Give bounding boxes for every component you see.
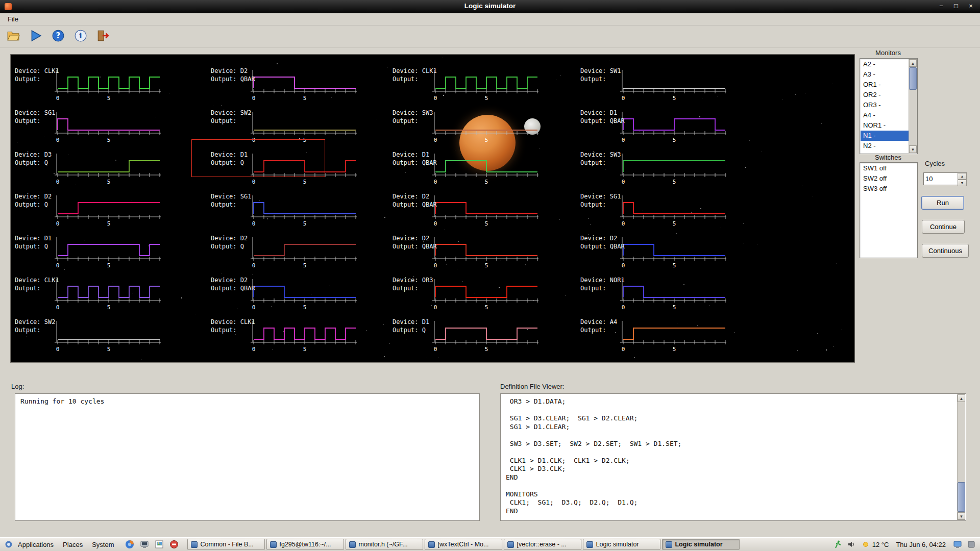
trace-clk1[interactable]: 05Device: CLK1 Output: [14,66,172,107]
maximize-button[interactable]: □ [952,2,960,10]
trace-label: Device: D2 Output: Q [15,192,52,209]
volume-icon[interactable] [847,540,856,549]
trace-d1-q[interactable]: 05Device: D1 Output: Q [14,233,172,274]
definition-panel[interactable]: OR3 > D1.DATA; SG1 > D3.CLEAR; SG1 > D2.… [500,393,966,521]
trace-d2-qbar[interactable]: 05Device: D2 Output: QBAR [391,233,550,274]
taskbar-menu-applications[interactable]: Applications [13,538,58,551]
trace-d2-qbar[interactable]: 05Device: D2 Output: QBAR [210,66,368,107]
minimize-button[interactable]: − [937,2,945,10]
taskbar-window-2[interactable]: monitor.h (~/GF... [346,539,423,550]
temperature-label: 12 °C [872,541,889,548]
scroll-down-icon[interactable]: ▼ [958,512,965,520]
trace-sg1[interactable]: 05Device: SG1 Output: [14,108,172,148]
monitor-item-8[interactable]: N2 - [861,141,909,151]
taskbar: ApplicationsPlacesSystem Common - File B… [0,537,980,551]
monitor-item-5[interactable]: A4 - [861,110,909,120]
monitors-scrollbar[interactable]: ▲ ▼ [909,59,917,153]
switch-item-1[interactable]: SW2 off [861,173,917,184]
trace-sw1[interactable]: 05Device: SW1 Output: [579,66,738,107]
spin-down-icon[interactable]: ▼ [958,180,967,186]
switch-item-0[interactable]: SW1 off [861,163,917,173]
taskbar-window-1[interactable]: fg295@tw116:~/... [266,539,344,550]
svg-text:5: 5 [673,137,676,143]
monitor-item-7[interactable]: N1 - [861,131,909,141]
trace-label: Device: SW3 Output: [580,151,621,167]
svg-text:?: ? [56,31,61,40]
taskbar-menu-places[interactable]: Places [58,538,87,551]
trace-d2-q[interactable]: 05Device: D2 Output: Q [14,191,172,232]
trace-d1-q[interactable]: 05Device: D1 Output: Q [391,317,550,358]
svg-text:0: 0 [622,346,625,353]
trace-label: Device: SW2 Output: [211,109,251,125]
continue-button[interactable]: Continue [922,220,965,234]
svg-text:0: 0 [622,220,625,227]
run-button[interactable]: Run [921,196,964,210]
log-panel[interactable]: Running for 10 cycles [15,393,480,521]
gallery-icon[interactable] [154,539,164,549]
trace-d2-qbar[interactable]: 05Device: D2 Output: QBAR [579,233,738,274]
scroll-up-icon[interactable]: ▲ [909,59,917,67]
scroll-down-icon[interactable]: ▼ [909,145,917,153]
taskbar-window-0[interactable]: Common - File B... [187,539,265,550]
trace-clk1[interactable]: 05Device: CLK1 Output: [391,66,550,107]
trace-d3-q[interactable]: 05Device: D3 Output: Q [14,149,172,190]
scrollbar-thumb[interactable] [909,67,917,90]
taskbar-window-5[interactable]: Logic simulator [583,539,660,550]
about-button[interactable]: i [72,29,89,45]
trace-d2-qbar[interactable]: 05Device: D2 Output: QBAR [210,275,368,316]
trace-clk1[interactable]: 05Device: CLK1 Output: [210,317,368,358]
trace-clk1[interactable]: 05Device: CLK1 Output: [14,275,172,316]
trace-sw2[interactable]: 05Device: SW2 Output: [14,317,172,358]
weather-widget[interactable]: 12 °C [861,540,889,549]
svg-text:5: 5 [303,179,307,185]
display-icon[interactable] [953,540,962,549]
run-button[interactable] [28,29,44,45]
trace-sw3[interactable]: 05Device: SW3 Output: [391,108,550,148]
trace-nor1[interactable]: 05Device: NOR1 Output: [579,275,738,316]
monitor-item-1[interactable]: A3 - [861,69,909,80]
package-icon[interactable] [169,539,179,549]
svg-text:0: 0 [434,137,437,143]
trace-d1-qbar[interactable]: 05Device: D1 Output: QBAR [391,149,550,190]
close-button[interactable]: × [967,2,975,10]
trace-sw3[interactable]: 05Device: SW3 Output: [579,149,738,190]
taskbar-window-3[interactable]: [wxTextCtrl - Mo... [425,539,502,550]
monitor-item-0[interactable]: A2 - [861,59,909,69]
svg-text:0: 0 [434,95,437,102]
scroll-up-icon[interactable]: ▲ [958,394,965,402]
monitor-item-4[interactable]: OR3 - [861,100,909,110]
definition-text: OR3 > D1.DATA; SG1 > D3.CLEAR; SG1 > D2.… [506,397,951,515]
trace-d2-qbar[interactable]: 05Device: D2 Output: QBAR [391,191,550,232]
trace-a4[interactable]: 05Device: A4 Output: [579,317,738,358]
svg-text:0: 0 [252,179,256,185]
trace-d1-qbar[interactable]: 05Device: D1 Output: QBAR [579,108,738,148]
help-button[interactable]: ? [50,29,66,45]
monitor-item-2[interactable]: OR1 - [861,80,909,90]
trace-sg1[interactable]: 05Device: SG1 Output: [579,191,738,232]
cycles-input[interactable] [925,173,956,184]
scrollbar-thumb[interactable] [958,482,965,512]
taskbar-window-4[interactable]: [vector::erase - ... [504,539,581,550]
trace-label: Device: OR3 Output: [393,276,433,292]
spin-up-icon[interactable]: ▲ [958,173,967,180]
monitor-item-6[interactable]: NOR1 - [861,120,909,131]
firefox-icon[interactable] [125,539,135,549]
open-button[interactable] [5,29,21,45]
tray-icon[interactable] [967,540,976,549]
monitor-item-3[interactable]: OR2 - [861,90,909,100]
continuous-button[interactable]: Continuous [922,244,969,258]
taskbar-menu-system[interactable]: System [87,538,118,551]
definition-scrollbar[interactable]: ▲ ▼ [957,394,965,520]
runner-icon[interactable] [833,540,842,549]
screenshot-icon[interactable] [139,539,150,549]
menu-file[interactable]: File [2,14,24,24]
exit-button[interactable] [95,29,111,45]
clock-label[interactable]: Thu Jun 6, 04:22 [894,541,948,548]
window-title: Logic simulator [0,2,980,10]
svg-text:5: 5 [107,304,111,311]
trace-d2-q[interactable]: 05Device: D2 Output: Q [210,233,368,274]
taskbar-window-6[interactable]: Logic simulator [662,539,740,550]
switch-item-2[interactable]: SW3 off [861,184,917,194]
trace-or3[interactable]: 05Device: OR3 Output: [391,275,550,316]
trace-sg1[interactable]: 05Device: SG1 Output: [210,191,368,232]
